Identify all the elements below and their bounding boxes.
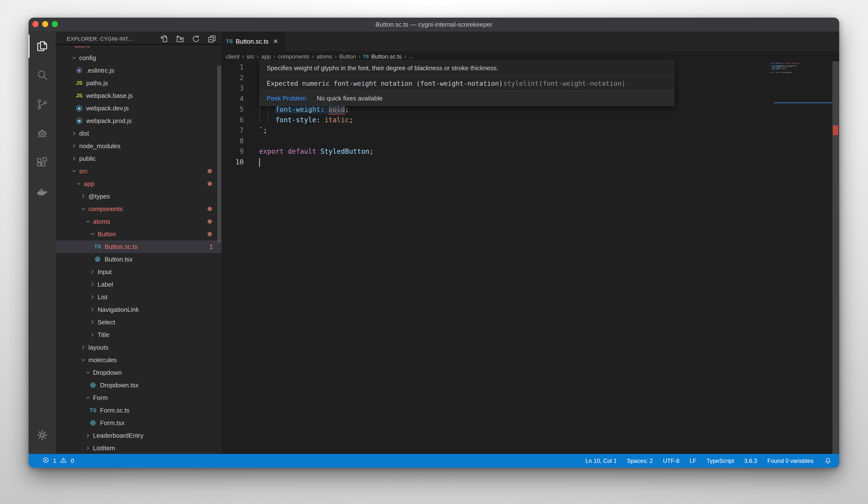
tree-folder--types[interactable]: @types	[56, 190, 221, 203]
tree-folder-atoms[interactable]: atoms	[56, 215, 221, 228]
activity-search-icon[interactable]	[29, 61, 56, 90]
tree-file-form-sc-ts[interactable]: TSForm.sc.ts	[56, 404, 221, 417]
activity-debug-icon[interactable]	[29, 119, 56, 148]
breadcrumb-overflow[interactable]: ...	[409, 53, 413, 60]
breadcrumb-item[interactable]: Button.sc.ts	[371, 53, 402, 60]
vscode-window: Button.sc.ts — cygni-internal-scorekeepe…	[29, 18, 839, 468]
status-item[interactable]: Found 0 variables	[767, 458, 814, 464]
typescript-file-icon: TS	[226, 38, 233, 44]
status-item[interactable]: Ln 10, Col 1	[585, 458, 617, 464]
react-file-icon	[93, 255, 102, 264]
error-count[interactable]: 1	[53, 458, 56, 464]
notifications-bell-icon[interactable]	[824, 457, 832, 465]
activity-explorer-icon[interactable]	[29, 32, 56, 61]
breadcrumb-separator: ›	[257, 53, 259, 60]
tree-folder-src[interactable]: src	[56, 165, 221, 177]
tree-folder-navigationlink[interactable]: NavigationLink	[56, 303, 221, 316]
errors-icon[interactable]	[42, 456, 50, 465]
explorer-title: EXPLORER: CYGNI-INT...	[67, 36, 159, 42]
code-line-8[interactable]	[259, 136, 827, 146]
status-item[interactable]: UTF-8	[663, 458, 679, 464]
tree-folder-button[interactable]: Button	[56, 228, 221, 240]
code-line-10[interactable]	[259, 157, 827, 168]
editor-scrollbar[interactable]	[833, 61, 839, 454]
tree-folder-components[interactable]: components	[56, 203, 221, 215]
tree-folder-dropdown[interactable]: Dropdown	[56, 366, 221, 379]
activity-docker-icon[interactable]	[29, 177, 56, 206]
status-item[interactable]: Spaces: 2	[627, 458, 653, 464]
peek-problem-link[interactable]: Peek Problem	[267, 95, 306, 102]
new-file-icon[interactable]	[159, 34, 169, 44]
problems-dot-badge	[208, 232, 212, 236]
problem-hover-tooltip: Specifies weight of glyphs in the font, …	[260, 60, 674, 106]
status-item[interactable]: TypeScript	[706, 458, 734, 464]
tree-file-paths-js[interactable]: JSpaths.js	[56, 77, 221, 89]
warnings-icon[interactable]	[60, 456, 67, 465]
hover-actions: Peek Problem No quick fixes available	[260, 91, 674, 106]
tree-folder-molecules[interactable]: molecules	[56, 354, 221, 366]
chevron-right-icon	[89, 293, 97, 301]
code-line-7[interactable]: `;	[259, 125, 827, 136]
ts-file-icon: TS	[93, 242, 102, 251]
webpack-file-icon	[75, 104, 84, 113]
breadcrumb-item[interactable]: app	[261, 53, 271, 60]
refresh-icon[interactable]	[191, 34, 201, 44]
minimap[interactable]: import styled from 'styled-components';c…	[770, 63, 806, 74]
tree-folder-app[interactable]: app	[56, 177, 221, 190]
tree-folder-select[interactable]: Select	[56, 316, 221, 328]
chevron-right-icon	[89, 331, 97, 339]
tree-file-webpack-base-js[interactable]: JSwebpack.base.js	[56, 89, 221, 102]
tree-folder-node-modules[interactable]: node_modules	[56, 140, 221, 152]
warning-count[interactable]: 0	[71, 458, 74, 464]
close-tab-icon[interactable]: ✕	[273, 38, 278, 45]
chevron-right-icon	[70, 129, 78, 137]
code-lines: impocons font-weight: bold; font-style: …	[252, 62, 827, 454]
overview-ruler-error-marker	[833, 125, 838, 135]
tree-file-dropdown-tsx[interactable]: Dropdown.tsx	[56, 379, 221, 391]
tree-folder-listitem[interactable]: ListItem	[56, 442, 221, 454]
code-line-6[interactable]: font-style: italic;	[259, 115, 827, 125]
tree-folder-form[interactable]: Form	[56, 391, 221, 404]
ts-file-icon: TS	[89, 406, 97, 415]
js-file-icon: JS	[75, 91, 84, 100]
tree-file-button-sc-ts[interactable]: TSButton.sc.ts1	[56, 240, 221, 253]
tree-folder-public[interactable]: public	[56, 152, 221, 165]
breadcrumb-item[interactable]: atoms	[317, 53, 332, 60]
sidebar-scrollbar[interactable]	[217, 66, 221, 242]
tree-file-webpack-prod-js[interactable]: webpack.prod.js	[56, 115, 221, 127]
breadcrumb-item[interactable]: src	[247, 53, 254, 60]
breadcrumb-item[interactable]: components	[278, 53, 310, 60]
eslint-file-icon	[75, 66, 84, 75]
chevron-right-icon	[89, 280, 97, 288]
tree-folder-title[interactable]: Title	[56, 328, 221, 341]
activity-source-control-icon[interactable]	[29, 90, 56, 119]
tree-folder-client[interactable]: client	[56, 46, 221, 52]
tree-file-form-tsx[interactable]: Form.tsx	[56, 417, 221, 429]
tree-folder-input[interactable]: Input	[56, 265, 221, 278]
breadcrumb-item[interactable]: Button	[339, 53, 356, 60]
code-line-9[interactable]: export default StyledButton;	[259, 146, 827, 157]
tree-folder-label[interactable]: Label	[56, 278, 221, 291]
editor-group: TS Button.sc.ts ✕ client›src›app›compone…	[221, 32, 839, 454]
tree-file--eslintrc-js[interactable]: .eslintrc.js	[56, 64, 221, 77]
collapse-all-icon[interactable]	[207, 34, 217, 44]
new-folder-icon[interactable]	[175, 34, 185, 44]
status-item[interactable]: 3.6.3	[744, 458, 757, 464]
tree-folder-list[interactable]: List	[56, 291, 221, 303]
activity-settings-icon[interactable]	[29, 420, 56, 450]
chevron-right-icon	[89, 318, 97, 326]
tree-folder-config[interactable]: config	[56, 52, 221, 64]
status-item[interactable]: LF	[690, 458, 696, 464]
activity-extensions-icon[interactable]	[29, 148, 56, 177]
tree-folder-layouts[interactable]: layouts	[56, 341, 221, 354]
chevron-down-icon	[70, 167, 78, 175]
tab-button-sc-ts[interactable]: TS Button.sc.ts ✕	[221, 32, 285, 51]
tree-file-webpack-dev-js[interactable]: webpack.dev.js	[56, 102, 221, 115]
tree-folder-leaderboardentry[interactable]: LeaderboardEntry	[56, 429, 221, 442]
lint-error-token: bold	[329, 105, 345, 113]
breadcrumb-item[interactable]: client	[226, 53, 239, 60]
tree-file-button-tsx[interactable]: Button.tsx	[56, 253, 221, 265]
tree-folder-dist[interactable]: dist	[56, 127, 221, 140]
code-area[interactable]: 12345678910 impocons font-weight: bold; …	[221, 62, 827, 454]
chevron-down-icon	[79, 356, 87, 364]
